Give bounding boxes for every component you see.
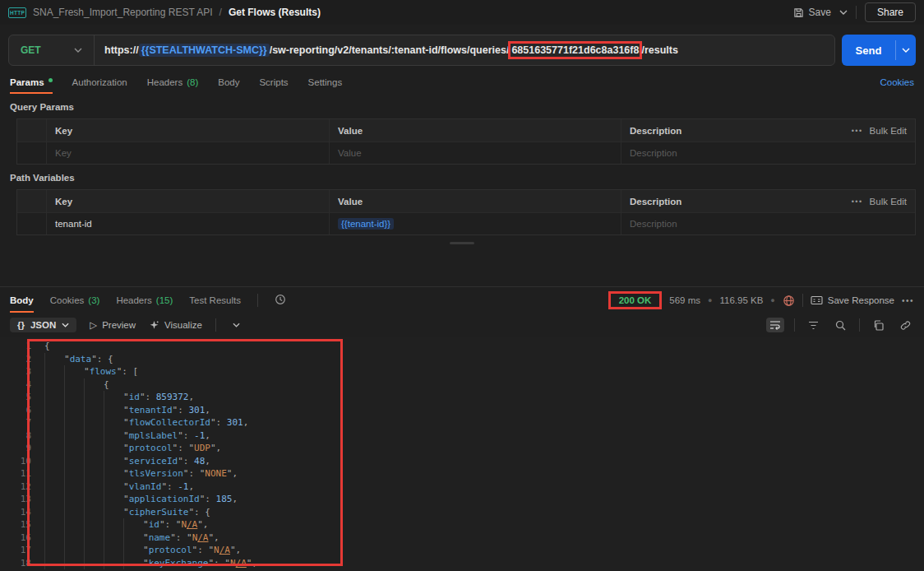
response-tabs: Body Cookies (3) Headers (15) Test Resul… xyxy=(0,287,924,313)
description-input[interactable]: Description xyxy=(621,213,915,234)
network-info-icon[interactable] xyxy=(783,295,795,307)
column-header-label: Description xyxy=(630,126,681,136)
indent-guide xyxy=(84,506,104,519)
value-input[interactable]: {{tenant-id}} xyxy=(330,213,621,234)
indent-guide xyxy=(123,532,143,545)
splitter-drag-handle[interactable] xyxy=(450,242,474,244)
filter-button[interactable] xyxy=(805,318,822,332)
query-params-title: Query Params xyxy=(10,102,916,112)
table-header-row: Key Value Description ••• Bulk Edit xyxy=(17,119,915,142)
indent-guide xyxy=(104,506,123,519)
send-button[interactable]: Send xyxy=(842,35,916,66)
code-token: " xyxy=(143,544,149,557)
request-tabs: Params Authorization Headers (8) Body Sc… xyxy=(8,72,916,94)
code-token: " xyxy=(143,532,149,545)
indent-guide xyxy=(64,518,84,532)
indent-guide xyxy=(64,404,84,417)
send-options-button[interactable] xyxy=(896,35,916,66)
annotation-box-status: 200 OK xyxy=(608,291,663,309)
link-button[interactable] xyxy=(897,318,914,333)
code-token: 48 xyxy=(194,455,205,468)
more-options-button[interactable]: ••• xyxy=(902,296,914,305)
preview-button[interactable]: ▷ Preview xyxy=(90,319,136,331)
code-line: 15"id": "N/A", xyxy=(0,518,924,532)
save-options-button[interactable] xyxy=(839,10,848,15)
tab-params[interactable]: Params xyxy=(10,77,53,94)
tab-response-headers[interactable]: Headers (15) xyxy=(116,295,173,313)
tab-scripts[interactable]: Scripts xyxy=(259,77,288,94)
code-token: protocol xyxy=(129,442,173,455)
cookies-link[interactable]: Cookies xyxy=(880,77,914,94)
indent-guide xyxy=(84,518,104,532)
code-token: " xyxy=(123,480,129,494)
code-line: 9"protocol": "UDP", xyxy=(0,442,924,455)
tab-settings[interactable]: Settings xyxy=(308,77,343,94)
breadcrumb-collection[interactable]: SNA_Fresh_Import_Reporting REST API xyxy=(33,7,213,18)
url-input[interactable]: https:// {{STEALTHWATCH-SMC}} /sw-report… xyxy=(95,44,688,57)
code-line: 8"mplsLabel": -1, xyxy=(0,429,924,443)
divider xyxy=(859,318,860,332)
indent-guide xyxy=(44,557,64,570)
code-token: N xyxy=(192,532,198,545)
indent-guide xyxy=(44,442,64,455)
code-line: 4{ xyxy=(0,378,924,392)
key-input[interactable]: Key xyxy=(47,142,330,164)
save-button[interactable]: Save xyxy=(793,7,831,18)
code-token: " xyxy=(143,518,149,532)
code-token: UDP xyxy=(194,442,210,455)
tab-response-cookies[interactable]: Cookies (3) xyxy=(50,295,100,313)
key-input[interactable]: tenant-id xyxy=(47,213,330,234)
share-button[interactable]: Share xyxy=(865,2,916,22)
wrap-text-button[interactable] xyxy=(766,318,784,332)
indent-guide xyxy=(123,518,143,532)
code-token: -1 xyxy=(178,480,188,494)
code-token: ", xyxy=(230,544,241,557)
save-label: Save xyxy=(809,7,831,18)
response-toolbar: {} JSON ▷ Preview Visualize xyxy=(0,313,924,337)
indent-guide xyxy=(84,429,104,443)
code-token: ", xyxy=(210,442,221,455)
tab-body[interactable]: Body xyxy=(218,77,239,94)
code-token: " xyxy=(123,442,129,455)
visualize-options-button[interactable] xyxy=(229,320,243,330)
response-history-button[interactable] xyxy=(275,294,286,313)
tab-authorization[interactable]: Authorization xyxy=(72,77,127,94)
response-body-code[interactable]: 1{2"data": {3"flows": [4{5"id": 859372,6… xyxy=(0,337,924,571)
code-token: applicationId xyxy=(129,493,200,506)
code-token: /A xyxy=(187,518,197,532)
code-token: 301 xyxy=(188,404,205,417)
tab-label: Headers xyxy=(147,77,182,87)
indent-guide xyxy=(104,429,123,443)
code-token: " xyxy=(123,506,129,519)
code-token: ": " xyxy=(183,467,206,480)
indent-guide xyxy=(64,365,84,378)
code-token: ": xyxy=(200,493,216,506)
code-token: -1 xyxy=(194,429,205,443)
request-url-row: GET https:// {{STEALTHWATCH-SMC}} /sw-re… xyxy=(8,35,916,66)
line-number: 2 xyxy=(0,353,31,366)
tab-headers[interactable]: Headers (8) xyxy=(147,77,199,94)
save-response-button[interactable]: Save Response xyxy=(811,295,894,305)
tab-response-body[interactable]: Body xyxy=(10,295,34,313)
code-token: , xyxy=(232,493,238,506)
tab-test-results[interactable]: Test Results xyxy=(189,295,241,313)
search-button[interactable] xyxy=(832,318,849,333)
copy-button[interactable] xyxy=(870,318,887,333)
method-selector[interactable]: GET xyxy=(9,35,95,65)
value-input[interactable]: Value xyxy=(330,142,621,164)
code-token: ": xyxy=(210,416,227,429)
code-token: NONE xyxy=(205,467,227,480)
line-number: 6 xyxy=(0,404,31,417)
line-number: 15 xyxy=(0,518,31,532)
bulk-edit-button[interactable]: ••• Bulk Edit xyxy=(852,197,907,207)
format-selector[interactable]: {} JSON xyxy=(10,318,76,332)
preview-play-icon: ▷ xyxy=(90,319,97,331)
send-label: Send xyxy=(842,35,895,66)
line-number: 17 xyxy=(0,544,31,557)
pane-splitter xyxy=(0,235,924,286)
bulk-edit-button[interactable]: ••• Bulk Edit xyxy=(852,126,907,136)
code-line: 11"tlsVersion": "NONE", xyxy=(0,467,924,480)
description-input[interactable]: Description xyxy=(621,142,915,164)
indent-guide xyxy=(44,544,64,557)
visualize-button[interactable]: Visualize xyxy=(149,320,202,331)
